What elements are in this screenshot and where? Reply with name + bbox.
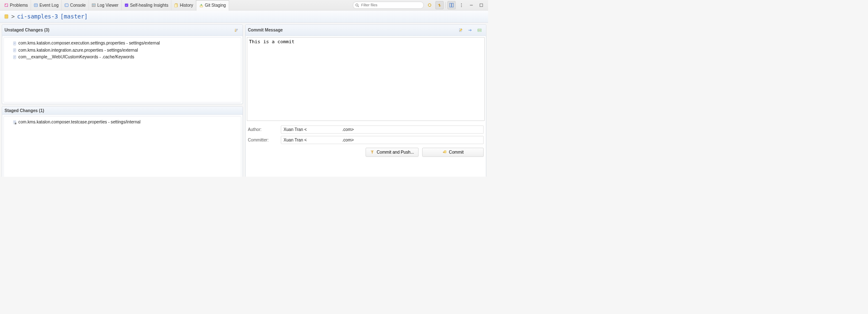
repository-icon — [4, 14, 9, 19]
breadcrumb-repo: ci-samples-3 — [17, 13, 58, 20]
unstaged-file-row[interactable]: com.kms.katalon.integration.azure.proper… — [5, 47, 239, 53]
staged-panel: Staged Changes (1) ✚ com.kms.katalon.com… — [2, 107, 243, 177]
filter-files-box[interactable] — [353, 2, 424, 9]
svg-point-15 — [356, 4, 358, 6]
maximize-button[interactable] — [477, 1, 485, 9]
svg-point-21 — [461, 6, 462, 7]
tab-label: Console — [70, 3, 86, 8]
tab-label: Self-healing Insights — [130, 3, 168, 8]
self-healing-icon — [124, 3, 128, 7]
minimize-button[interactable] — [467, 1, 475, 9]
author-label: Author: — [248, 127, 281, 132]
view-tab-strip: Problems Event Log Console Log Viewer Se… — [1, 0, 229, 10]
signoff-button[interactable] — [466, 26, 474, 34]
breadcrumb-branch: [master] — [60, 13, 88, 20]
svg-rect-22 — [470, 5, 473, 5]
filter-files-input[interactable] — [361, 3, 421, 8]
compare-mode-button[interactable] — [436, 1, 444, 9]
view-menu-button[interactable] — [458, 1, 465, 9]
file-path: com.kms.katalon.integration.azure.proper… — [18, 48, 138, 53]
right-column: Commit Message Author: Commit — [245, 24, 486, 176]
commit-button[interactable]: Commit — [422, 148, 484, 157]
commit-icon — [442, 150, 447, 154]
committer-input[interactable] — [281, 136, 484, 144]
signoff-icon — [468, 28, 472, 32]
tab-label: Git Staging — [205, 3, 226, 8]
svg-rect-13 — [175, 4, 177, 8]
sort-button[interactable] — [232, 26, 240, 34]
tab-label: Problems — [10, 3, 28, 8]
top-right-tools — [351, 0, 486, 10]
file-path: com.kms.katalon.composer.testcase.proper… — [18, 120, 141, 125]
top-toolbar: Problems Event Log Console Log Viewer Se… — [0, 0, 488, 10]
tab-self-healing[interactable]: Self-healing Insights — [122, 0, 172, 10]
history-icon — [174, 3, 178, 7]
file-icon — [13, 41, 17, 45]
tab-label: History — [180, 3, 193, 8]
staged-list[interactable]: ✚ com.kms.katalon.composer.testcase.prop… — [3, 116, 241, 177]
svg-line-16 — [358, 6, 359, 7]
tab-git-staging[interactable]: Git Staging — [196, 0, 229, 10]
svg-point-19 — [461, 3, 462, 4]
commit-message-input[interactable] — [247, 37, 484, 121]
svg-point-1 — [5, 4, 6, 5]
commit-fields: Author: Committer: — [246, 122, 486, 146]
breadcrumb: > ci-samples-3 [master] — [0, 10, 488, 23]
commit-and-push-button[interactable]: Commit and Push... — [366, 148, 418, 157]
unstaged-header: Unstaged Changes (3) — [2, 25, 243, 36]
layout-columns-icon — [449, 3, 454, 8]
file-path: com__example__WebUICustomKeywords - .cac… — [18, 55, 134, 60]
file-path: com.kms.katalon.composer.execution.setti… — [18, 41, 160, 46]
staged-title: Staged Changes (1) — [5, 108, 44, 113]
event-log-icon — [34, 3, 38, 7]
svg-rect-24 — [5, 15, 8, 18]
svg-rect-23 — [480, 4, 483, 7]
amend-icon — [459, 28, 463, 32]
commit-buttons: Commit and Push... Commit — [246, 147, 486, 159]
unstaged-file-row[interactable]: com.kms.katalon.composer.execution.setti… — [5, 40, 239, 47]
button-label: Commit and Push... — [376, 150, 414, 155]
log-viewer-icon — [92, 3, 96, 7]
console-icon — [65, 3, 69, 7]
tab-problems[interactable]: Problems — [1, 0, 31, 10]
compare-mode-icon — [437, 3, 442, 8]
layout-columns-button[interactable] — [447, 1, 455, 9]
tab-console[interactable]: Console — [62, 0, 89, 10]
staged-header: Staged Changes (1) — [2, 107, 243, 115]
tab-label: Event Log — [39, 3, 59, 8]
unstaged-title: Unstaged Changes (3) — [5, 28, 50, 33]
amend-button[interactable] — [457, 26, 465, 34]
svg-rect-17 — [450, 3, 451, 7]
svg-rect-0 — [5, 4, 8, 7]
unstaged-file-row[interactable]: com__example__WebUICustomKeywords - .cac… — [5, 54, 239, 60]
left-column: Unstaged Changes (3) com.kms.katalon.com… — [2, 24, 243, 176]
svg-rect-47 — [478, 29, 481, 31]
changeid-button[interactable] — [476, 26, 484, 34]
svg-point-2 — [7, 5, 7, 6]
unstaged-list[interactable]: com.kms.katalon.composer.execution.setti… — [3, 37, 241, 102]
maximize-icon — [478, 3, 484, 8]
unstaged-panel: Unstaged Changes (3) com.kms.katalon.com… — [2, 24, 243, 104]
svg-rect-18 — [452, 3, 453, 7]
svg-rect-48 — [444, 151, 446, 153]
svg-rect-3 — [34, 4, 38, 7]
svg-rect-6 — [65, 4, 68, 7]
push-icon — [370, 150, 374, 154]
tab-history[interactable]: History — [171, 0, 196, 10]
svg-text:✚: ✚ — [15, 123, 16, 124]
commit-panel: Commit Message Author: Commit — [245, 24, 486, 176]
refresh-icon-button[interactable] — [426, 1, 434, 9]
tab-log-viewer[interactable]: Log Viewer — [89, 0, 122, 10]
tab-label: Log Viewer — [97, 3, 118, 8]
tab-event-log[interactable]: Event Log — [31, 0, 62, 10]
kebab-icon — [459, 3, 464, 8]
author-input[interactable] — [281, 126, 484, 133]
staged-file-row[interactable]: ✚ com.kms.katalon.composer.testcase.prop… — [5, 119, 239, 126]
refresh-icon — [427, 3, 432, 8]
changeid-icon — [478, 28, 482, 32]
staged-file-icon: ✚ — [13, 120, 17, 124]
search-icon — [355, 3, 359, 7]
breadcrumb-sep: > — [11, 13, 15, 20]
commit-header: Commit Message — [246, 25, 486, 36]
git-staging-icon — [199, 3, 204, 8]
